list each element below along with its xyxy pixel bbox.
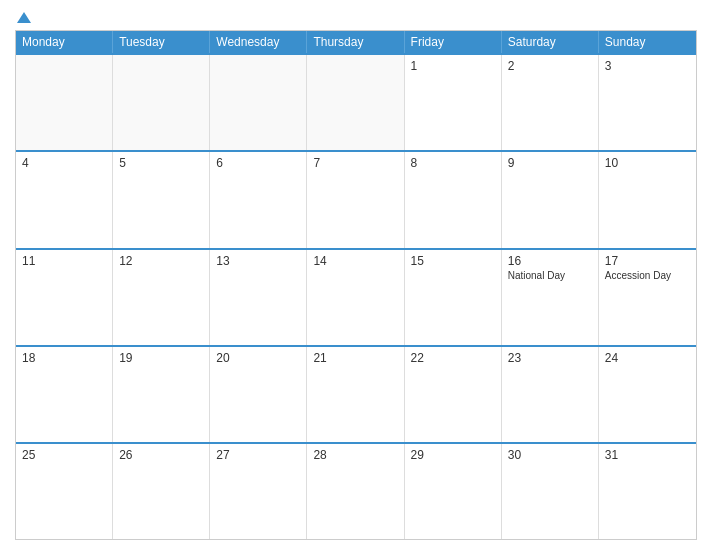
day-header-monday: Monday — [16, 31, 113, 53]
day-header-friday: Friday — [405, 31, 502, 53]
calendar-cell: 13 — [210, 250, 307, 345]
date-number: 17 — [605, 254, 690, 268]
calendar-cell: 1 — [405, 55, 502, 150]
day-header-wednesday: Wednesday — [210, 31, 307, 53]
date-number: 1 — [411, 59, 495, 73]
week-row-5: 25262728293031 — [16, 442, 696, 539]
week-row-4: 18192021222324 — [16, 345, 696, 442]
date-number: 29 — [411, 448, 495, 462]
calendar-cell — [307, 55, 404, 150]
header — [15, 10, 697, 24]
week-row-1: 123 — [16, 53, 696, 150]
event-label: National Day — [508, 270, 592, 282]
calendar-cell: 28 — [307, 444, 404, 539]
calendar-cell: 17Accession Day — [599, 250, 696, 345]
day-header-tuesday: Tuesday — [113, 31, 210, 53]
date-number: 5 — [119, 156, 203, 170]
calendar-cell: 31 — [599, 444, 696, 539]
calendar-cell: 24 — [599, 347, 696, 442]
calendar-cell: 21 — [307, 347, 404, 442]
date-number: 2 — [508, 59, 592, 73]
calendar-cell: 11 — [16, 250, 113, 345]
date-number: 3 — [605, 59, 690, 73]
calendar-cell: 12 — [113, 250, 210, 345]
calendar-cell: 23 — [502, 347, 599, 442]
calendar-grid: MondayTuesdayWednesdayThursdayFridaySatu… — [15, 30, 697, 540]
calendar-cell: 5 — [113, 152, 210, 247]
days-header: MondayTuesdayWednesdayThursdayFridaySatu… — [16, 31, 696, 53]
calendar-cell: 18 — [16, 347, 113, 442]
day-header-saturday: Saturday — [502, 31, 599, 53]
date-number: 20 — [216, 351, 300, 365]
date-number: 21 — [313, 351, 397, 365]
date-number: 6 — [216, 156, 300, 170]
date-number: 11 — [22, 254, 106, 268]
date-number: 22 — [411, 351, 495, 365]
date-number: 10 — [605, 156, 690, 170]
calendar-cell: 10 — [599, 152, 696, 247]
calendar-cell: 8 — [405, 152, 502, 247]
calendar-page: MondayTuesdayWednesdayThursdayFridaySatu… — [0, 0, 712, 550]
date-number: 25 — [22, 448, 106, 462]
calendar-cell: 27 — [210, 444, 307, 539]
date-number: 14 — [313, 254, 397, 268]
calendar-cell: 4 — [16, 152, 113, 247]
calendar-cell: 14 — [307, 250, 404, 345]
day-header-thursday: Thursday — [307, 31, 404, 53]
logo-text — [15, 10, 31, 24]
date-number: 19 — [119, 351, 203, 365]
calendar-cell — [16, 55, 113, 150]
calendar-cell: 16National Day — [502, 250, 599, 345]
calendar-cell: 15 — [405, 250, 502, 345]
date-number: 23 — [508, 351, 592, 365]
date-number: 15 — [411, 254, 495, 268]
calendar-cell: 30 — [502, 444, 599, 539]
week-row-3: 111213141516National Day17Accession Day — [16, 248, 696, 345]
day-header-sunday: Sunday — [599, 31, 696, 53]
date-number: 7 — [313, 156, 397, 170]
date-number: 31 — [605, 448, 690, 462]
calendar-cell: 29 — [405, 444, 502, 539]
calendar-cell: 2 — [502, 55, 599, 150]
calendar-cell: 20 — [210, 347, 307, 442]
calendar-cell: 7 — [307, 152, 404, 247]
calendar-cell — [210, 55, 307, 150]
logo-triangle-icon — [17, 12, 31, 23]
logo — [15, 10, 31, 24]
date-number: 9 — [508, 156, 592, 170]
calendar-cell: 19 — [113, 347, 210, 442]
weeks-container: 12345678910111213141516National Day17Acc… — [16, 53, 696, 539]
date-number: 27 — [216, 448, 300, 462]
calendar-cell: 22 — [405, 347, 502, 442]
date-number: 16 — [508, 254, 592, 268]
date-number: 26 — [119, 448, 203, 462]
date-number: 18 — [22, 351, 106, 365]
calendar-cell: 25 — [16, 444, 113, 539]
date-number: 13 — [216, 254, 300, 268]
calendar-cell — [113, 55, 210, 150]
calendar-cell: 9 — [502, 152, 599, 247]
date-number: 4 — [22, 156, 106, 170]
calendar-cell: 3 — [599, 55, 696, 150]
calendar-cell: 26 — [113, 444, 210, 539]
calendar-cell: 6 — [210, 152, 307, 247]
date-number: 24 — [605, 351, 690, 365]
date-number: 28 — [313, 448, 397, 462]
event-label: Accession Day — [605, 270, 690, 282]
date-number: 12 — [119, 254, 203, 268]
date-number: 8 — [411, 156, 495, 170]
week-row-2: 45678910 — [16, 150, 696, 247]
date-number: 30 — [508, 448, 592, 462]
